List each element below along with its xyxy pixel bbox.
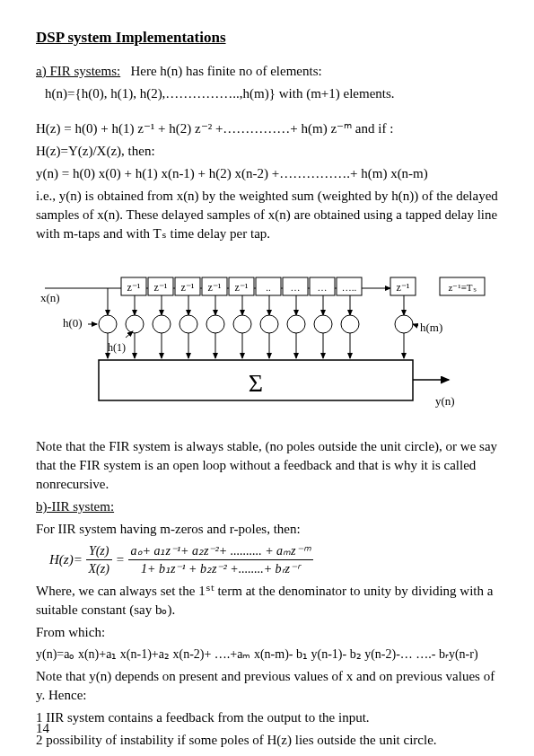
page-number: 14 xyxy=(36,719,49,738)
svg-text:..: .. xyxy=(266,282,271,293)
svg-text:z⁻¹: z⁻¹ xyxy=(154,281,168,294)
fir-intro: Here h(n) has finite no of elements: xyxy=(130,64,321,78)
svg-text:h(0): h(0) xyxy=(63,316,83,330)
taps xyxy=(99,288,413,358)
svg-point-27 xyxy=(126,315,144,333)
svg-text:z⁻¹: z⁻¹ xyxy=(235,281,249,294)
fir-yn: y(n) = h(0) x(0) + h(1) x(n-1) + h(2) x(… xyxy=(36,164,498,183)
svg-point-39 xyxy=(233,315,251,333)
svg-text:…: … xyxy=(291,282,301,293)
page-title: DSP system Implementations xyxy=(36,27,498,48)
svg-point-24 xyxy=(99,315,117,333)
iir-heading: b)-IIR system: xyxy=(36,497,498,516)
fir-heading-line: a) FIR systems: Here h(n) has finite no … xyxy=(36,62,498,81)
svg-point-36 xyxy=(206,315,224,333)
iir-from: From which: xyxy=(36,623,498,642)
svg-point-30 xyxy=(153,315,171,333)
iir-hz-formula: H(z)= Y(z) X(z) = aₒ+ a₁z⁻¹+ a₂z⁻²+ ....… xyxy=(49,542,498,578)
svg-text:Σ: Σ xyxy=(249,369,263,397)
iir-yn: y(n)=aₒ x(n)+a₁ x(n-1)+a₂ x(n-2)+ ….+aₘ … xyxy=(36,646,498,664)
svg-text:…..: ….. xyxy=(342,282,357,293)
svg-point-42 xyxy=(260,315,278,333)
svg-text:y(n): y(n) xyxy=(435,394,455,408)
svg-text:x(n): x(n) xyxy=(40,291,60,304)
svg-text:z⁻¹: z⁻¹ xyxy=(181,281,195,294)
svg-line-60 xyxy=(126,331,133,338)
svg-text:h(1): h(1) xyxy=(108,341,126,354)
iir-pt1: 1 IIR system contains a feedback from th… xyxy=(36,708,498,727)
fir-heading: a) FIR systems: xyxy=(36,64,120,78)
fir-explain: i.e., y(n) is obtained from x(n) by the … xyxy=(36,187,498,243)
iir-where: Where, we can always set the 1ˢᵗ term at… xyxy=(36,582,498,620)
svg-text:z⁻¹: z⁻¹ xyxy=(397,281,410,294)
svg-point-54 xyxy=(395,315,413,333)
fir-diagram: z⁻¹ z⁻¹ z⁻¹ z⁻¹ z⁻¹ .. … … ….. z⁻¹ z⁻¹≡T… xyxy=(36,261,498,419)
fir-hz2: H(z)=Y(z)/X(z), then: xyxy=(36,142,498,161)
svg-text:z⁻¹: z⁻¹ xyxy=(127,281,141,294)
iir-note: Note that y(n) depends on present and pr… xyxy=(36,667,498,705)
fir-hz1: H(z) = h(0) + h(1) z⁻¹ + h(2) z⁻² +……………… xyxy=(36,119,498,138)
svg-text:…: … xyxy=(318,282,328,293)
svg-point-33 xyxy=(179,315,197,333)
svg-point-48 xyxy=(314,315,332,333)
svg-text:z⁻¹≡Tₛ: z⁻¹≡Tₛ xyxy=(448,282,476,293)
svg-text:z⁻¹: z⁻¹ xyxy=(208,281,222,294)
svg-text:h(m): h(m) xyxy=(420,321,442,334)
fir-hn: h(n)={h(0), h(1), h(2),……………..,h(m)} wit… xyxy=(45,84,498,103)
iir-intro: For IIR system having m-zeros and r-pole… xyxy=(36,520,498,539)
svg-line-62 xyxy=(413,324,418,326)
svg-point-51 xyxy=(341,315,359,333)
svg-point-45 xyxy=(287,315,305,333)
fir-note: Note that the FIR system is always stabl… xyxy=(36,437,498,494)
delay-boxes: z⁻¹ z⁻¹ z⁻¹ z⁻¹ z⁻¹ .. … … ….. z⁻¹ xyxy=(121,277,416,295)
iir-pt2: 2 possibility of instability if some pol… xyxy=(36,731,498,750)
